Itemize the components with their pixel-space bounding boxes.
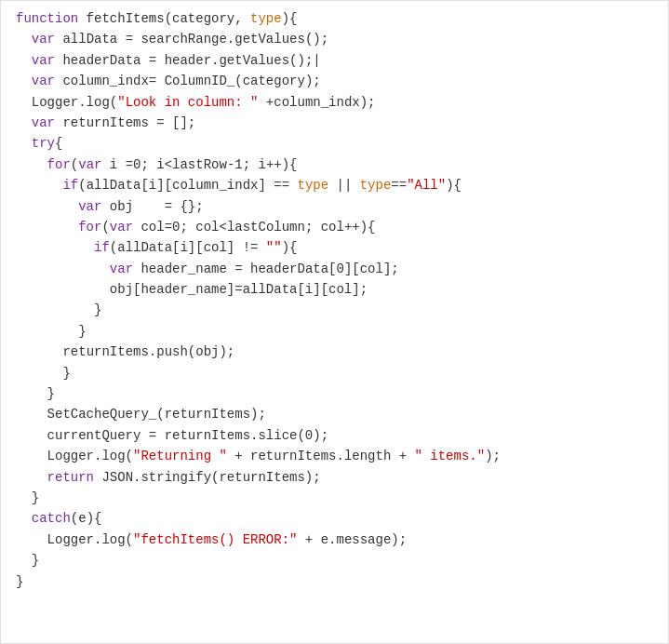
code-line: function fetchItems(category, type){ xyxy=(1,8,668,29)
code-line: if(allData[i][column_indx] == type || ty… xyxy=(1,175,668,195)
code-line: var returnItems = []; xyxy=(1,113,668,133)
code-block: function fetchItems(category, type){ var… xyxy=(1,8,668,592)
code-line: } xyxy=(1,488,668,508)
code-line: catch(e){ xyxy=(1,508,668,529)
code-line: if(allData[i][col] != ""){ xyxy=(1,237,668,258)
code-line: Logger.log("Returning " + returnItems.le… xyxy=(1,446,668,466)
code-line: } xyxy=(1,571,668,592)
code-line: Logger.log("Look in column: " +column_in… xyxy=(1,92,668,113)
code-line: } xyxy=(1,300,668,320)
code-line: } xyxy=(1,550,668,570)
code-line: } xyxy=(1,363,668,383)
code-line: currentQuery = returnItems.slice(0); xyxy=(1,425,668,446)
code-line: try{ xyxy=(1,133,668,154)
code-line: returnItems.push(obj); xyxy=(1,342,668,362)
code-line: Logger.log("fetchItems() ERROR:" + e.mes… xyxy=(1,530,668,550)
code-line: var column_indx= ColumnID_(category); xyxy=(1,71,668,91)
code-line: var obj = {}; xyxy=(1,196,668,217)
code-editor: function fetchItems(category, type){ var… xyxy=(0,0,669,644)
code-line: var header_name = headerData[0][col]; xyxy=(1,259,668,279)
code-line: return JSON.stringify(returnItems); xyxy=(1,467,668,488)
code-line: for(var i =0; i<lastRow-1; i++){ xyxy=(1,154,668,175)
code-line: } xyxy=(1,321,668,342)
code-line: obj[header_name]=allData[i][col]; xyxy=(1,279,668,300)
code-line: var headerData = header.getValues();| xyxy=(1,50,668,71)
code-line: for(var col=0; col<lastColumn; col++){ xyxy=(1,217,668,237)
code-line: var allData = searchRange.getValues(); xyxy=(1,29,668,49)
code-line: } xyxy=(1,383,668,404)
code-line: SetCacheQuery_(returnItems); xyxy=(1,404,668,424)
